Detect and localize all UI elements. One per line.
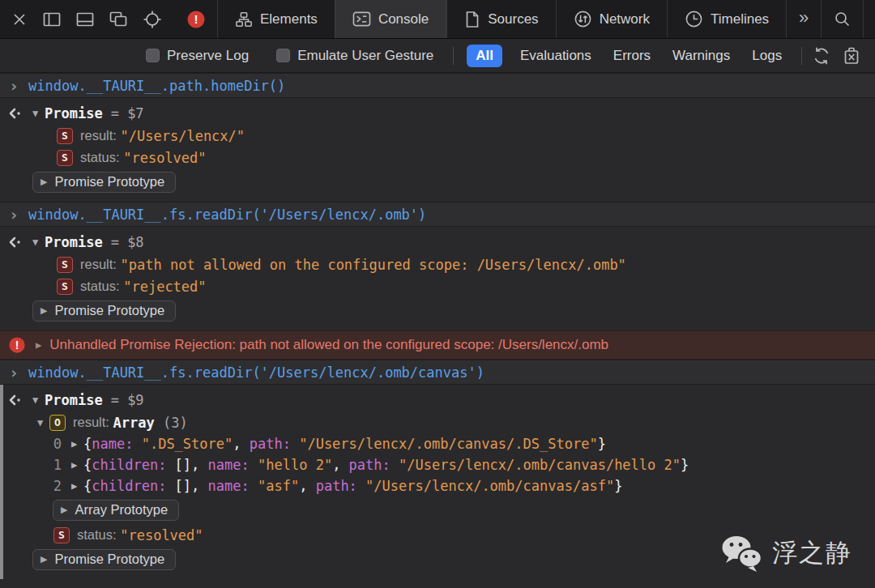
watermark-text: 浮之静 [772,536,852,570]
undock-icon[interactable] [109,11,127,27]
settings-button[interactable] [863,0,875,38]
array-item-row: 1▶{children: [], name: "hello 2", path: … [0,454,875,475]
prompt-chevron-icon: › [9,364,19,381]
preserve-log-toggle[interactable]: Preserve Log [146,48,249,64]
toolbar-separator [801,47,802,65]
dock-side-icon[interactable] [43,12,61,27]
filter-warnings[interactable]: Warnings [672,48,730,64]
disclosure-triangle[interactable]: ▶ [71,459,83,471]
elements-icon [235,11,253,28]
string-value: "/Users/lencx/.omb/canvas/.DS_Store" [299,436,597,452]
result-indicator-icon [8,394,23,406]
clear-console-button[interactable] [843,46,860,66]
promise-prototype-expander[interactable]: ▶ Promise Prototype [32,549,176,570]
error-count-badge[interactable]: ! [186,10,206,29]
inspect-element-icon[interactable] [143,10,162,29]
tab-elements[interactable]: Elements [217,0,335,38]
checkbox-icon[interactable] [146,49,160,62]
filter-all[interactable]: All [467,45,502,67]
prototype-label: Promise Prototype [54,174,164,190]
tab-label: Network [600,11,650,28]
checkbox-label: Preserve Log [167,48,249,64]
promise-prototype-expander[interactable]: ▶ Promise Prototype [32,300,176,322]
separator: , [332,457,348,473]
disclosure-triangle[interactable]: ▶ [71,480,83,492]
property-key: status: [80,150,123,165]
string-value: ".DS_Store" [142,436,233,452]
tab-label: Elements [260,11,318,28]
array-prototype-expander[interactable]: ▶ Array Prototype [53,500,179,521]
disclosure-triangle[interactable]: ▼ [32,236,45,248]
search-button[interactable] [821,0,863,38]
object-key: name: [92,436,141,452]
close-icon[interactable] [11,11,28,28]
error-icon: ! [8,336,26,354]
console-command: ›window.__TAURI__.path.homeDir() [0,73,875,98]
promise-prototype-expander[interactable]: ▶ Promise Prototype [32,172,176,193]
prompt-chevron-icon: › [9,78,19,94]
separator: , [233,436,249,452]
object-class-name: Promise [45,234,103,250]
string-value: "/Users/lencx/.omb/canvas/hello 2" [399,457,681,473]
object-type-badge: O [49,415,66,431]
inspector-tabbar: ! Elements Console Sources Network Timel… [0,0,875,39]
chevrons-right-icon: » [799,9,809,29]
command-text: window.__TAURI__.fs.readDir('/Users/lenc… [28,207,426,223]
emulate-user-gesture-toggle[interactable]: Emulate User Gesture [276,48,433,64]
refresh-icon [812,46,831,66]
promise-property: Sresult: "/Users/lencx/" [0,125,875,147]
wechat-watermark: 浮之静 [720,535,852,572]
property-value: "/Users/lencx/" [121,128,245,144]
brace: } [614,478,622,494]
tab-sources[interactable]: Sources [446,0,555,38]
string-type-badge: S [53,527,70,543]
brace: } [598,436,606,452]
array-literal: [] [175,478,191,494]
checkbox-icon[interactable] [276,49,290,62]
string-type-badge: S [57,150,73,166]
disclosure-triangle: ▶ [41,554,47,565]
tab-label: Sources [488,11,538,28]
console-command: ›window.__TAURI__.fs.readDir('/Users/len… [0,360,875,385]
checkbox-label: Emulate User Gesture [297,48,433,64]
web-inspector-window: ! Elements Console Sources Network Timel… [0,0,875,588]
prototype-label: Array Prototype [75,502,168,518]
disclosure-triangle[interactable]: ▼ [32,108,45,119]
tab-label: Console [378,11,429,28]
array-index: 0 [50,436,62,452]
svg-text:!: ! [15,339,19,352]
string-type-badge: S [57,257,73,273]
separator: , [299,478,315,494]
brace: { [83,457,92,473]
promise-property: Sstatus: "resolved" [0,147,875,168]
filter-logs[interactable]: Logs [752,48,782,64]
saved-result-variable: = $9 [111,392,144,408]
brace: } [681,457,689,473]
array-result-header: ▼Oresult: Array (3) [0,411,875,433]
tab-timelines[interactable]: Timelines [667,0,786,38]
disclosure-triangle: ▶ [41,177,47,187]
property-value: "resolved" [120,527,203,543]
dock-bottom-icon[interactable] [76,12,94,27]
property-value: "path not allowed on the configured scop… [121,257,626,273]
more-tabs-button[interactable]: » [786,0,821,38]
prototype-label: Promise Prototype [54,303,164,318]
string-type-badge: S [57,128,73,144]
property-key: status: [77,527,120,543]
string-value: "hello 2" [258,457,332,473]
tab-console[interactable]: Console [335,0,446,38]
disclosure-triangle[interactable]: ▶ [36,339,41,351]
promise-property: Sstatus: "rejected" [0,275,875,297]
disclosure-triangle[interactable]: ▼ [37,417,49,428]
tab-network[interactable]: Network [556,0,667,38]
disclosure-triangle[interactable]: ▶ [71,438,83,450]
console-command: ›window.__TAURI__.fs.readDir('/Users/len… [0,202,875,227]
refresh-button[interactable] [812,46,831,66]
object-class-name: Promise [45,105,103,121]
filter-errors[interactable]: Errors [613,48,651,64]
saved-result-variable: = $7 [111,105,144,121]
array-index: 2 [50,478,62,494]
disclosure-triangle[interactable]: ▼ [32,394,45,406]
filter-evaluations[interactable]: Evaluations [520,48,591,64]
console-error-message: ! ▶ Unhandled Promise Rejection: path no… [0,330,875,360]
